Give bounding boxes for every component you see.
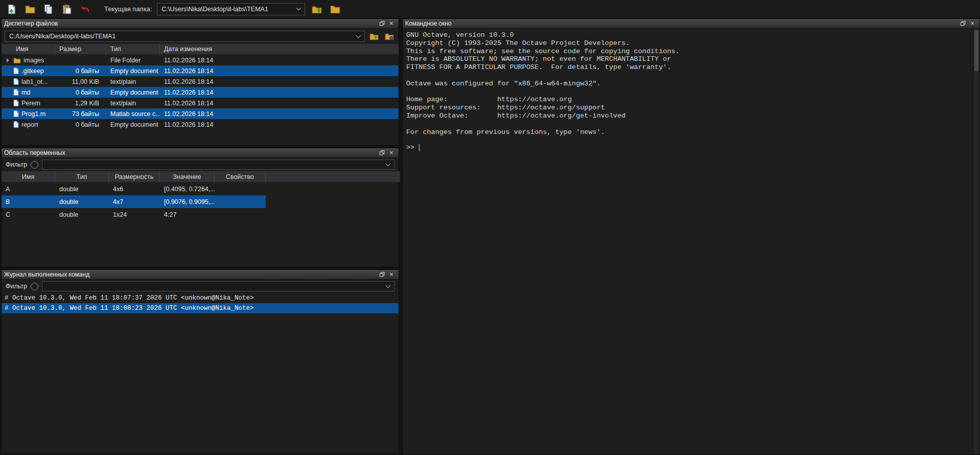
workspace-table-header[interactable]: Имя Тип Размерность Значение Свойство <box>2 171 400 183</box>
file-icon <box>13 78 19 85</box>
file-icon <box>13 121 19 128</box>
file-name: lab1_ot... <box>21 78 48 85</box>
command-prompt-line[interactable]: >> <box>403 144 979 151</box>
file-row[interactable]: Perem 1,29 KiB text/plain 11.02.2026 18:… <box>2 98 399 108</box>
current-folder-combobox[interactable]: C:\Users\Nika\Desktop\it-labs\TEMA1 <box>157 3 305 15</box>
file-type: Matlab source c... <box>106 110 160 118</box>
file-size: 0 байты <box>55 121 106 128</box>
file-type: Empty document <box>106 89 160 96</box>
panel-title: Область переменных <box>4 149 65 156</box>
file-name: Perem <box>21 100 40 107</box>
column-header-type[interactable]: Тип <box>106 44 160 55</box>
variable-value: [0.4095, 0.7264,... <box>160 186 215 193</box>
variable-value: 4:27 <box>160 211 215 218</box>
file-icon <box>13 89 19 96</box>
command-window-titlebar[interactable]: Командное окно × <box>403 19 979 29</box>
browse-folder-icon[interactable] <box>329 3 342 16</box>
undock-icon[interactable] <box>378 149 387 157</box>
file-row[interactable]: images File Folder 11.02.2026 18:14 <box>2 55 399 65</box>
column-header-name[interactable]: Имя <box>2 44 55 55</box>
file-row[interactable]: md 0 байты Empty document 11.02.2026 18:… <box>2 87 399 98</box>
variable-type: double <box>55 211 109 218</box>
undo-icon[interactable] <box>79 3 92 16</box>
variable-row[interactable]: B double 4x7 [0.9076, 0.9095,... <box>2 195 266 208</box>
vertical-scrollbar[interactable] <box>973 29 979 454</box>
undock-icon[interactable] <box>378 271 387 279</box>
close-icon[interactable]: × <box>387 271 396 279</box>
close-icon[interactable]: × <box>968 20 977 28</box>
file-size: 1,29 KiB <box>55 100 106 107</box>
undock-icon[interactable] <box>378 20 387 28</box>
folder-up-icon[interactable] <box>310 3 323 16</box>
variable-name: A <box>2 186 55 193</box>
file-date: 11.02.2026 18:14 <box>160 100 399 107</box>
column-header-value[interactable]: Значение <box>160 171 215 183</box>
history-filter-combobox[interactable] <box>42 281 394 291</box>
file-size: 73 байты <box>55 110 106 118</box>
history-entry[interactable]: # Octave 10.3.0, Wed Feb 11 18:08:23 202… <box>2 303 399 313</box>
file-browser-path-row: C:/Users/Nika/Desktop/it-labs/TEMA1 <box>2 29 399 44</box>
variable-row[interactable]: A double 4x6 [0.4095, 0.7264,... <box>2 183 266 195</box>
scrollbar-thumb[interactable] <box>974 30 978 71</box>
file-row[interactable]: .gitkeep 0 байты Empty document 11.02.20… <box>2 65 399 76</box>
file-name: images <box>24 57 44 64</box>
folder-up-icon[interactable] <box>368 31 380 42</box>
copy-icon[interactable] <box>42 3 55 16</box>
close-icon[interactable]: × <box>387 149 396 157</box>
file-date: 11.02.2026 18:14 <box>160 110 399 118</box>
variable-type: double <box>55 198 109 206</box>
file-browser-panel: Диспетчер файлов × C:/Users/Nika/Desktop… <box>1 18 399 146</box>
workspace-titlebar[interactable]: Область переменных × <box>2 148 399 158</box>
file-table-header[interactable]: Имя Размер Тип Дата изменения <box>2 44 399 55</box>
command-window-body[interactable]: GNU Octave, version 10.3.0 Copyright (C)… <box>403 29 979 454</box>
column-header-type[interactable]: Тип <box>55 171 109 183</box>
file-type: Empty document <box>106 121 160 128</box>
text-cursor <box>419 144 419 151</box>
variable-dims: 4x7 <box>109 198 160 206</box>
file-date: 11.02.2026 18:14 <box>160 67 399 75</box>
current-folder-path: C:\Users\Nika\Desktop\it-labs\TEMA1 <box>161 6 268 13</box>
file-date: 11.02.2026 18:14 <box>160 121 399 128</box>
file-type: File Folder <box>106 57 160 64</box>
history-filter-row: Фильтр <box>2 280 399 293</box>
variable-row[interactable]: C double 1x24 4:27 <box>2 208 266 221</box>
close-icon[interactable]: × <box>387 20 396 28</box>
command-history-panel: Журнал выполненных команд × Фильтр # Oct… <box>1 269 399 454</box>
open-folder-icon[interactable] <box>24 3 37 16</box>
history-entry[interactable]: # Octave 10.3.0, Wed Feb 11 18:07:37 202… <box>2 293 399 303</box>
column-header-size[interactable]: Размер <box>55 44 106 55</box>
column-header-dims[interactable]: Размерность <box>109 171 160 183</box>
current-folder-label: Текущая папка: <box>104 5 152 13</box>
chevron-down-icon <box>356 33 361 38</box>
file-row[interactable]: report 0 байты Empty document 11.02.2026… <box>2 119 399 130</box>
file-row[interactable]: lab1_ot... 11,00 KiB text/plain 11.02.20… <box>2 76 399 87</box>
new-script-icon[interactable] <box>5 3 18 16</box>
file-row[interactable]: Prog1.m 73 байты Matlab source c... 11.0… <box>2 108 399 119</box>
filter-checkbox[interactable] <box>31 283 38 290</box>
paste-icon[interactable] <box>60 3 74 16</box>
column-header-attr[interactable]: Свойство <box>215 171 266 183</box>
folder-icon <box>13 57 21 63</box>
file-browser-titlebar[interactable]: Диспетчер файлов × <box>2 19 399 29</box>
command-window-panel: Командное окно × GNU Octave, version 10.… <box>402 18 980 455</box>
file-path-combobox[interactable]: C:/Users/Nika/Desktop/it-labs/TEMA1 <box>5 31 365 42</box>
undock-icon[interactable] <box>959 20 968 28</box>
column-header-date[interactable]: Дата изменения <box>160 44 399 55</box>
history-titlebar[interactable]: Журнал выполненных команд × <box>2 270 399 280</box>
filter-checkbox[interactable] <box>31 161 38 169</box>
file-type: Empty document <box>106 67 160 75</box>
chevron-down-icon <box>386 283 391 288</box>
file-name: Prog1.m <box>21 110 45 118</box>
expand-arrow-icon[interactable] <box>6 58 11 63</box>
file-type: text/plain <box>106 78 160 85</box>
folder-actions-icon[interactable] <box>383 31 395 42</box>
file-date: 11.02.2026 18:14 <box>160 57 399 64</box>
column-header-name[interactable]: Имя <box>2 171 55 183</box>
workspace-filter-combobox[interactable] <box>42 160 394 170</box>
variable-dims: 1x24 <box>109 211 160 218</box>
variable-dims: 4x6 <box>109 186 160 193</box>
file-date: 11.02.2026 18:14 <box>160 89 399 96</box>
file-type: text/plain <box>106 100 160 107</box>
panel-title: Командное окно <box>405 20 452 27</box>
file-name: .gitkeep <box>21 67 44 75</box>
